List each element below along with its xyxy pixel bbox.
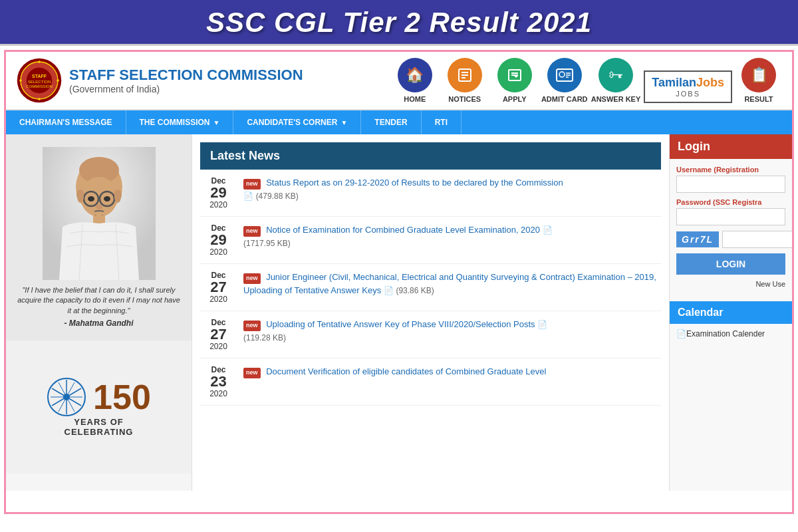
nav-menu-bar: CHAIRMAN'S MESSAGE THE COMMISSION ▼ CAND… bbox=[6, 110, 792, 134]
anniversary-celebrating: CELEBRATING bbox=[65, 427, 134, 437]
nav-the-commission[interactable]: THE COMMISSION ▼ bbox=[126, 110, 234, 134]
main-news-area[interactable]: Latest News Dec 29 2020 new Status Repor… bbox=[192, 134, 669, 491]
ssc-logo-area: STAFF SELECTION COMMISSION STAFF SELECTI… bbox=[16, 57, 303, 104]
file-size: (1717.95 KB) bbox=[243, 239, 291, 248]
new-badge: new bbox=[243, 273, 261, 284]
latest-news-header: Latest News bbox=[200, 142, 661, 170]
gandhi-quote-text: "If I have the belief that I can do it, … bbox=[16, 285, 182, 316]
nav-icon-admit-card[interactable]: ADMIT CARD bbox=[541, 58, 588, 103]
news-text[interactable]: Document Verification of eligible candid… bbox=[266, 366, 546, 376]
svg-point-6 bbox=[38, 61, 41, 63]
svg-point-18 bbox=[559, 72, 565, 77]
anniversary-years: YEARS OF bbox=[74, 417, 123, 427]
nav-candidates-corner[interactable]: CANDIDATE'S CORNER ▼ bbox=[233, 110, 361, 134]
svg-point-38 bbox=[114, 191, 121, 203]
nav-icon-apply[interactable]: APPLY bbox=[491, 58, 538, 103]
news-date: Dec 29 2020 bbox=[200, 223, 237, 257]
svg-text:COMMISSION: COMMISSION bbox=[26, 84, 53, 88]
home-label: HOME bbox=[404, 95, 426, 103]
news-text[interactable]: Status Report as on 29-12-2020 of Result… bbox=[266, 178, 563, 188]
news-text[interactable]: Uploading of Tentative Answer Key of Pha… bbox=[266, 319, 535, 329]
calendar-pdf-icon: 📄 bbox=[676, 329, 686, 338]
svg-point-8 bbox=[38, 98, 41, 100]
answer-key-icon: 🗝 bbox=[598, 58, 633, 92]
news-date: Dec 27 2020 bbox=[200, 318, 237, 351]
nav-tender[interactable]: TENDER bbox=[361, 110, 421, 134]
login-form: Username (Registration Password (SSC Reg… bbox=[670, 159, 792, 295]
username-label: Username (Registration bbox=[676, 166, 785, 174]
notices-icon bbox=[448, 58, 482, 92]
gandhi-portrait bbox=[43, 147, 156, 280]
news-date: Dec 23 2020 bbox=[200, 365, 237, 398]
nav-chairmans-message[interactable]: CHAIRMAN'S MESSAGE bbox=[6, 110, 126, 134]
login-header: Login bbox=[670, 134, 792, 159]
home-icon: 🏠 bbox=[398, 58, 432, 92]
gandhi-150-area: 150 YEARS OF CELEBRATING bbox=[6, 340, 192, 473]
svg-point-7 bbox=[57, 79, 59, 82]
news-item: Dec 29 2020 new Status Report as on 29-1… bbox=[200, 170, 661, 217]
apply-icon bbox=[497, 58, 532, 92]
top-title-bar: SSC CGL Tier 2 Result 2021 bbox=[0, 0, 798, 46]
nav-icon-answer-key[interactable]: 🗝 ANSWER KEY bbox=[591, 58, 641, 103]
ssc-sub: (Government of India) bbox=[69, 84, 303, 94]
svg-rect-13 bbox=[462, 77, 466, 78]
news-text[interactable]: Notice of Examination for Combined Gradu… bbox=[266, 225, 540, 235]
right-panel: Login Username (Registration Password (S… bbox=[669, 134, 792, 491]
captcha-input[interactable] bbox=[722, 231, 792, 248]
news-item: Dec 29 2020 new Notice of Examination fo… bbox=[200, 217, 661, 264]
new-badge: new bbox=[243, 226, 261, 237]
tamilan-brand-text: TamilanJobs bbox=[652, 76, 724, 90]
nav-rti[interactable]: RTI bbox=[422, 110, 462, 134]
news-content: new Junior Engineer (Civil, Mechanical, … bbox=[243, 271, 661, 297]
admit-card-icon bbox=[547, 58, 582, 92]
login-button[interactable]: LOGIN bbox=[676, 253, 785, 275]
calendar-header: Calendar bbox=[670, 301, 792, 324]
nav-icons: 🏠 HOME NOTICES APPLY ADMIT CARD bbox=[392, 58, 782, 103]
news-item: Dec 27 2020 new Uploading of Tentative A… bbox=[200, 311, 661, 358]
news-content: new Document Verification of eligible ca… bbox=[243, 365, 661, 378]
news-item: Dec 27 2020 new Junior Engineer (Civil, … bbox=[200, 264, 661, 311]
apply-label: APPLY bbox=[503, 95, 527, 103]
commission-dropdown-arrow: ▼ bbox=[213, 119, 220, 126]
username-input[interactable] bbox=[676, 176, 785, 193]
content-area: "If I have the belief that I can do it, … bbox=[6, 134, 792, 491]
captcha-row: Grr7L bbox=[676, 231, 785, 248]
news-text[interactable]: Junior Engineer (Civil, Mechanical, Elec… bbox=[243, 272, 656, 295]
exam-calendar-link[interactable]: 📄 Examination Calender bbox=[670, 324, 792, 344]
gandhi-attribution-text: - Mahatma Gandhi bbox=[64, 319, 133, 328]
file-size: (119.28 KB) bbox=[243, 333, 286, 342]
news-list: Dec 29 2020 new Status Report as on 29-1… bbox=[192, 170, 669, 406]
result-label: RESULT bbox=[744, 95, 773, 103]
file-size: (479.88 KB) bbox=[256, 192, 299, 201]
svg-point-9 bbox=[19, 79, 22, 82]
ssc-header: STAFF SELECTION COMMISSION STAFF SELECTI… bbox=[6, 52, 792, 110]
password-input[interactable] bbox=[676, 208, 785, 225]
nav-icon-result[interactable]: 📋 RESULT bbox=[735, 58, 782, 103]
svg-point-37 bbox=[77, 191, 84, 203]
pdf-icon: 📄 bbox=[384, 286, 394, 295]
news-date: Dec 27 2020 bbox=[200, 271, 237, 304]
result-icon: 📋 bbox=[741, 58, 776, 92]
left-sidebar: "If I have the belief that I can do it, … bbox=[6, 134, 192, 491]
exam-calendar-text: Examination Calender bbox=[686, 329, 765, 338]
nav-icon-home[interactable]: 🏠 HOME bbox=[392, 58, 438, 103]
answer-key-label: ANSWER KEY bbox=[591, 95, 641, 103]
nav-icon-notices[interactable]: NOTICES bbox=[442, 58, 488, 103]
main-wrapper: STAFF SELECTION COMMISSION STAFF SELECTI… bbox=[4, 50, 794, 514]
tamilan-jobs-logo: TamilanJobs JOBS bbox=[644, 70, 732, 103]
anniversary-number: 150 bbox=[93, 380, 151, 414]
anniversary-badge: 150 YEARS OF CELEBRATING bbox=[47, 377, 151, 437]
news-content: new Uploading of Tentative Answer Key of… bbox=[243, 318, 661, 344]
pdf-icon: 📄 bbox=[243, 192, 253, 201]
spinning-wheel-icon bbox=[47, 377, 86, 417]
svg-point-34 bbox=[88, 196, 94, 201]
pdf-icon: 📄 bbox=[537, 320, 547, 329]
ssc-name: STAFF SELECTION COMMISSION bbox=[69, 66, 303, 84]
svg-point-36 bbox=[96, 204, 102, 209]
svg-text:STAFF: STAFF bbox=[32, 74, 47, 78]
new-user-link[interactable]: New Use bbox=[676, 280, 785, 288]
new-badge: new bbox=[243, 368, 261, 378]
pdf-icon: 📄 bbox=[543, 225, 553, 235]
svg-rect-12 bbox=[462, 74, 468, 76]
ssc-logo-icon: STAFF SELECTION COMMISSION bbox=[16, 57, 63, 104]
